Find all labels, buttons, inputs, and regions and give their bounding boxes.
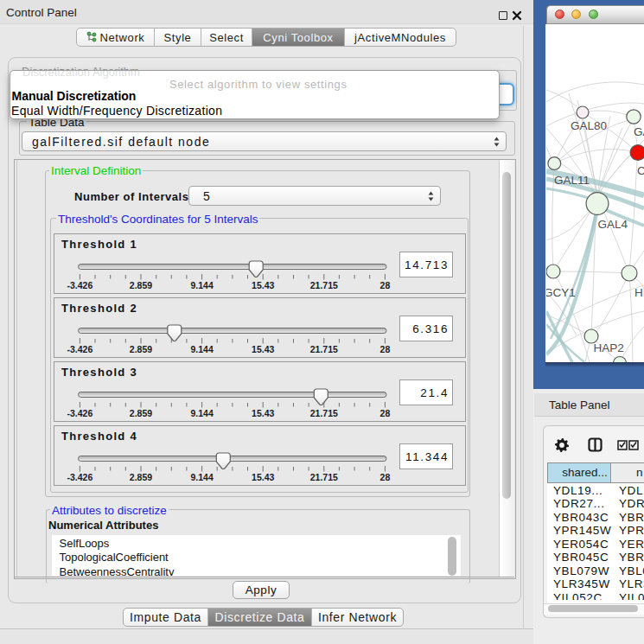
- svg-text:28: 28: [380, 408, 391, 418]
- svg-text:28: 28: [380, 472, 391, 482]
- svg-text:2.859: 2.859: [130, 280, 152, 290]
- svg-text:21.715: 21.715: [310, 472, 338, 482]
- svg-text:GAL11: GAL11: [554, 174, 590, 187]
- svg-text:-3.426: -3.426: [67, 344, 93, 354]
- svg-text:28: 28: [380, 344, 391, 354]
- svg-text:15.43: 15.43: [252, 280, 274, 290]
- svg-text:21.715: 21.715: [310, 344, 338, 354]
- svg-text:15.43: 15.43: [252, 408, 274, 418]
- svg-text:15.43: 15.43: [252, 344, 274, 354]
- svg-text:2.859: 2.859: [130, 472, 152, 482]
- svg-text:GA: GA: [634, 125, 644, 138]
- svg-text:GAL4: GAL4: [598, 218, 628, 231]
- svg-text:HIS: HIS: [634, 286, 644, 299]
- svg-text:15.43: 15.43: [252, 472, 274, 482]
- svg-text:-3.426: -3.426: [67, 280, 93, 290]
- svg-text:2.859: 2.859: [130, 408, 152, 418]
- svg-text:GAL80: GAL80: [571, 119, 607, 132]
- svg-text:-3.426: -3.426: [67, 472, 93, 482]
- svg-text:-3.426: -3.426: [67, 408, 93, 418]
- svg-text:GCY1: GCY1: [546, 286, 576, 299]
- svg-text:21.715: 21.715: [310, 280, 338, 290]
- svg-text:9.144: 9.144: [190, 472, 213, 482]
- svg-text:HAP2: HAP2: [593, 341, 623, 354]
- svg-text:9.144: 9.144: [190, 344, 213, 354]
- svg-text:CY: CY: [637, 164, 644, 177]
- svg-text:28: 28: [380, 280, 391, 290]
- svg-text:2.859: 2.859: [130, 344, 152, 354]
- svg-text:9.144: 9.144: [190, 280, 213, 290]
- svg-text:9.144: 9.144: [190, 408, 213, 418]
- svg-text:21.715: 21.715: [310, 408, 338, 418]
